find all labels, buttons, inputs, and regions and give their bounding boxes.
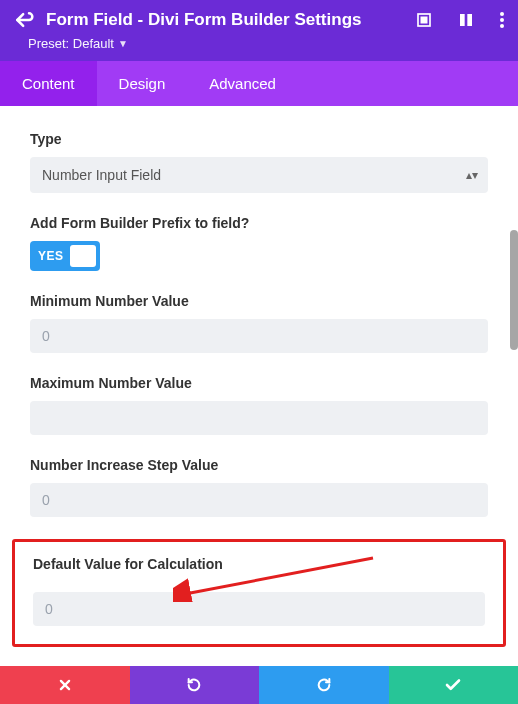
preset-label: Preset: Default xyxy=(28,36,114,51)
svg-point-5 xyxy=(500,18,504,22)
max-value-input[interactable] xyxy=(30,401,488,435)
svg-point-6 xyxy=(500,24,504,28)
toggle-yes-text: YES xyxy=(38,249,64,263)
more-icon[interactable] xyxy=(500,12,504,28)
modal-title: Form Field - Divi Form Builder Settings xyxy=(46,10,361,30)
undo-button[interactable] xyxy=(130,666,260,704)
toggle-knob xyxy=(70,245,96,267)
settings-body: Type ▴▾ Add Form Builder Prefix to field… xyxy=(0,115,518,666)
tab-bar: Content Design Advanced xyxy=(0,61,518,106)
min-value-label: Minimum Number Value xyxy=(30,293,488,309)
step-value-input[interactable] xyxy=(30,483,488,517)
default-calc-label: Default Value for Calculation xyxy=(33,556,485,572)
field-max-value: Maximum Number Value xyxy=(30,375,488,435)
scrollbar-thumb[interactable] xyxy=(510,230,518,350)
cancel-button[interactable] xyxy=(0,666,130,704)
type-label: Type xyxy=(30,131,488,147)
tab-content[interactable]: Content xyxy=(0,61,97,106)
caret-down-icon: ▼ xyxy=(118,38,128,49)
field-prefix: Add Form Builder Prefix to field? YES xyxy=(30,215,488,271)
field-type: Type ▴▾ xyxy=(30,131,488,193)
redo-button[interactable] xyxy=(259,666,389,704)
svg-point-4 xyxy=(500,12,504,16)
max-value-label: Maximum Number Value xyxy=(30,375,488,391)
type-select[interactable] xyxy=(30,157,488,193)
highlight-annotation: Default Value for Calculation xyxy=(12,539,506,647)
step-value-label: Number Increase Step Value xyxy=(30,457,488,473)
field-min-value: Minimum Number Value xyxy=(30,293,488,353)
expand-icon[interactable] xyxy=(416,12,432,28)
tab-design[interactable]: Design xyxy=(97,61,188,106)
columns-icon[interactable] xyxy=(458,12,474,28)
tab-advanced[interactable]: Advanced xyxy=(187,61,298,106)
svg-rect-2 xyxy=(460,14,465,26)
save-button[interactable] xyxy=(389,666,519,704)
svg-rect-3 xyxy=(467,14,472,26)
default-calc-input[interactable] xyxy=(33,592,485,626)
preset-selector[interactable]: Preset: Default ▼ xyxy=(0,36,518,61)
title-row: Form Field - Divi Form Builder Settings xyxy=(0,0,518,36)
footer-actions xyxy=(0,666,518,704)
settings-header: Form Field - Divi Form Builder Settings … xyxy=(0,0,518,61)
back-icon[interactable] xyxy=(14,10,34,30)
min-value-input[interactable] xyxy=(30,319,488,353)
svg-rect-1 xyxy=(421,17,426,22)
prefix-label: Add Form Builder Prefix to field? xyxy=(30,215,488,231)
prefix-toggle[interactable]: YES xyxy=(30,241,100,271)
field-step-value: Number Increase Step Value xyxy=(30,457,488,517)
